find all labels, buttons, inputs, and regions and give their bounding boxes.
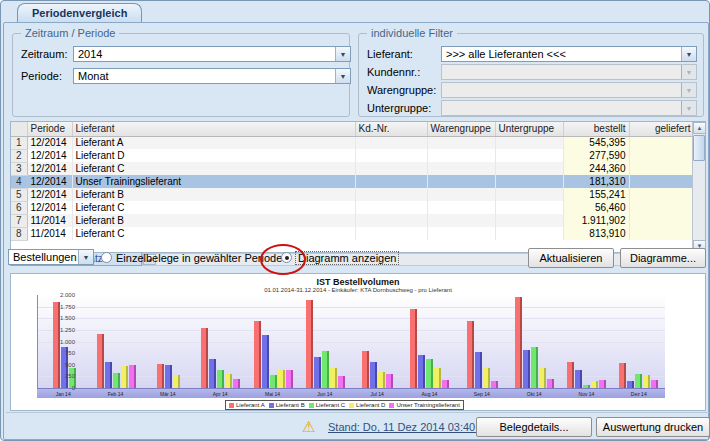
zeitraum-combobox[interactable]: 2014 ▼ xyxy=(73,46,351,62)
bar xyxy=(410,309,417,388)
radio-diagramm-label[interactable]: Diagramm anzeigen xyxy=(295,251,399,265)
column-header-Warengruppe[interactable]: Warengruppe xyxy=(427,122,495,136)
bar xyxy=(121,366,128,388)
table-cell xyxy=(355,149,427,162)
table-cell xyxy=(355,188,427,201)
bar xyxy=(547,379,554,388)
bar xyxy=(97,334,104,388)
results-table: PeriodeLieferantKd.-Nr.WarengruppeUnterg… xyxy=(10,121,706,253)
table-row[interactable]: 312/2014Lieferant C244,360 xyxy=(11,162,694,175)
bar-group-Okt-14 xyxy=(508,295,560,388)
column-header-rownum[interactable] xyxy=(11,122,27,136)
legend-label: Unser Trainingslieferant xyxy=(396,402,459,408)
table-cell: Lieferant D xyxy=(72,149,355,162)
bar xyxy=(475,352,482,388)
legend-item: Lieferant C xyxy=(309,402,345,408)
bar xyxy=(635,374,642,388)
periode-value: Monat xyxy=(78,70,109,82)
column-header-bestellt[interactable]: bestellt xyxy=(563,122,629,136)
auswertung-drucken-button[interactable]: Auswertung drucken xyxy=(596,417,710,437)
bar xyxy=(209,359,216,388)
table-cell xyxy=(629,188,694,201)
table-cell: 813,910 xyxy=(563,227,629,240)
bar xyxy=(157,364,164,388)
chevron-down-icon: ▼ xyxy=(681,83,696,97)
chart-subtitle: 01.01.2014-31.12.2014 - Einkäufer: KTA D… xyxy=(11,287,705,293)
table-cell: Lieferant A xyxy=(72,136,355,149)
table-row[interactable]: 212/2014Lieferant D277,590 xyxy=(11,149,694,162)
bar xyxy=(599,380,606,388)
column-header-Periode[interactable]: Periode xyxy=(27,122,72,136)
table-cell xyxy=(355,227,427,240)
bar xyxy=(467,321,474,388)
column-header-Untergruppe[interactable]: Untergruppe xyxy=(495,122,563,136)
lieferant-value: >>> alle Lieferanten <<< xyxy=(446,48,566,60)
column-header-Kd.-Nr.[interactable]: Kd.-Nr. xyxy=(355,122,427,136)
aktualisieren-button[interactable]: Aktualisieren xyxy=(528,248,614,268)
bar xyxy=(225,374,232,388)
table-row[interactable]: 811/2014Lieferant C813,910 xyxy=(11,227,694,240)
table-cell: 244,360 xyxy=(563,162,629,175)
y-axis-tick-label: 250 xyxy=(51,373,75,379)
column-header-Lieferant[interactable]: Lieferant xyxy=(72,122,355,136)
table-row[interactable]: 612/2014Lieferant C56,460 xyxy=(11,201,694,214)
scrollbar-thumb[interactable] xyxy=(693,135,705,161)
bar xyxy=(426,359,433,388)
bar-group-Jul-14 xyxy=(352,295,404,388)
bar xyxy=(217,370,224,388)
bar-group-Feb-14 xyxy=(90,295,142,388)
table-cell xyxy=(495,162,563,175)
diagramme-button[interactable]: Diagramme... xyxy=(620,248,706,268)
bar-group-Sep-14 xyxy=(456,295,508,388)
periode-combobox[interactable]: Monat ▼ xyxy=(73,68,351,84)
table-cell xyxy=(427,188,495,201)
table-row[interactable]: 711/2014Lieferant B1.911,902 xyxy=(11,214,694,227)
x-axis-tick-label: Sep 14 xyxy=(456,389,508,398)
table-cell xyxy=(495,214,563,227)
belegdetails-button[interactable]: Belegdetails... xyxy=(476,417,592,437)
table-cell xyxy=(495,201,563,214)
radio-einzelbelege-label[interactable]: Einzelbelege in gewählter Periode xyxy=(116,252,282,264)
belegart-combobox[interactable]: Bestellungen ▼ xyxy=(8,249,94,265)
table-row[interactable]: 512/2014Lieferant B155,241 xyxy=(11,188,694,201)
belegart-value: Bestellungen xyxy=(13,251,77,263)
legend-color-chip xyxy=(389,403,394,408)
bar xyxy=(515,297,522,388)
table-cell: 277,590 xyxy=(563,149,629,162)
groupbox-filter-title: individuelle Filter xyxy=(367,27,457,39)
bar xyxy=(651,380,658,388)
bar xyxy=(165,365,172,388)
table-cell xyxy=(629,175,694,188)
column-header-geliefert[interactable]: geliefert xyxy=(629,122,694,136)
tab-strip: Periodenvergleich xyxy=(1,1,710,23)
chevron-down-icon[interactable]: ▼ xyxy=(681,47,696,61)
table-row[interactable]: 112/2014Lieferant A545,395 xyxy=(11,136,694,149)
x-axis-tick-label: Apr 14 xyxy=(194,389,246,398)
tab-periodenvergleich[interactable]: Periodenvergleich xyxy=(17,3,142,23)
table-cell: 12/2014 xyxy=(27,149,72,162)
bar xyxy=(129,365,136,388)
y-axis-tick-label: 750 xyxy=(51,350,75,356)
legend-color-chip xyxy=(349,403,354,408)
radio-einzelbelege[interactable] xyxy=(101,252,112,263)
bar xyxy=(442,380,449,388)
scroll-up-icon[interactable]: ▲ xyxy=(693,122,706,134)
table-header-row: PeriodeLieferantKd.-Nr.WarengruppeUnterg… xyxy=(11,122,694,136)
chevron-down-icon[interactable]: ▼ xyxy=(78,250,93,264)
chart-panel: IST Bestellvolumen 01.01.2014-31.12.2014… xyxy=(10,273,706,411)
vertical-scrollbar[interactable]: ▲ ▼ xyxy=(692,122,705,252)
main-content-panel: Zeitraum / Periode Zeitraum: 2014 ▼ Peri… xyxy=(3,22,709,440)
status-timestamp-link[interactable]: Stand: Do, 11 Dez 2014 03:40 ... xyxy=(328,421,487,433)
bar xyxy=(362,351,369,388)
chevron-down-icon[interactable]: ▼ xyxy=(335,47,350,61)
chart-plot-area xyxy=(37,295,665,388)
y-axis-tick-label: 1.000 xyxy=(51,339,75,345)
groupbox-zeitraum-title: Zeitraum / Periode xyxy=(21,27,119,39)
lieferant-label: Lieferant: xyxy=(367,48,413,60)
bar xyxy=(370,362,377,388)
lieferant-combobox[interactable]: >>> alle Lieferanten <<< ▼ xyxy=(441,46,697,62)
table-row[interactable]: 412/2014Unser Trainingslieferant181,310 xyxy=(11,175,694,188)
chevron-down-icon[interactable]: ▼ xyxy=(335,69,350,83)
bar xyxy=(201,328,208,388)
table-cell xyxy=(427,227,495,240)
